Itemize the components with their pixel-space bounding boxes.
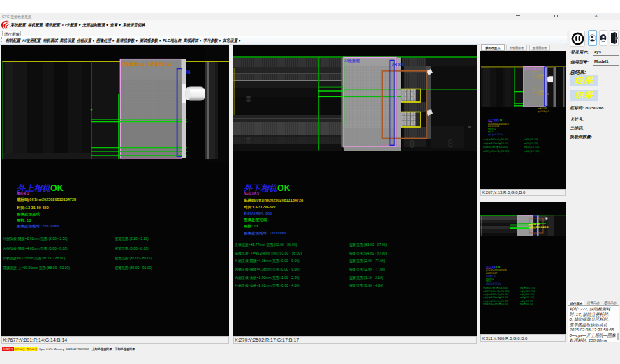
svg-text:面积:0.00 Avg:0.00: 面积:0.00 Avg:0.00 bbox=[538, 110, 549, 113]
svg-text:AI检测框: AI检测框 bbox=[344, 59, 360, 63]
svg-text:铆接直径:98.69 高度:0.00: 铆接直径:98.69 高度:0.00 bbox=[528, 226, 549, 229]
svg-text:23.80: 23.80 bbox=[392, 62, 404, 67]
svg-text:缺陷:0 高度:0.00: 缺陷:0 高度:0.00 bbox=[524, 68, 541, 70]
svg-text:面积:0.00 Avg:0.00: 面积:0.00 Avg:0.00 bbox=[538, 93, 549, 96]
svg-text:灯珠阈值:93, 动态阈值:100: 灯珠阈值:93, 动态阈值:100 bbox=[121, 61, 172, 67]
